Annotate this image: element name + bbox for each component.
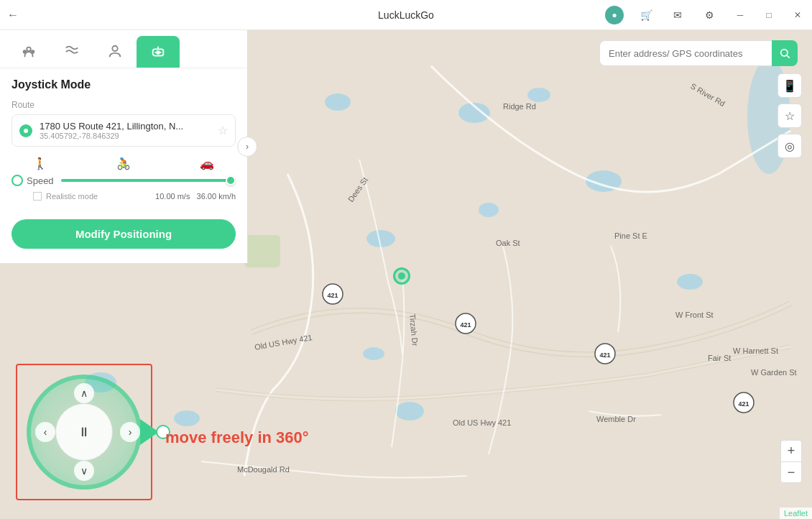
pause-icon: ⏸: [78, 425, 91, 440]
route-text: 1780 US Route 421, Lillington, N... 35.4…: [40, 121, 211, 140]
svg-text:Tirzah Dr: Tirzah Dr: [408, 313, 420, 346]
svg-text:421: 421: [599, 352, 610, 359]
svg-text:Wemble Dr: Wemble Dr: [596, 415, 636, 423]
svg-point-4: [479, 203, 499, 217]
star-ctrl-icon[interactable]: ☆: [778, 104, 802, 128]
window-controls: ─ □ ✕: [726, 0, 812, 30]
route-label: Route: [11, 100, 236, 110]
speed-slider[interactable]: [61, 173, 236, 188]
route-item: 1780 US Route 421, Lillington, N... 35.4…: [11, 114, 236, 147]
svg-text:421: 421: [738, 400, 749, 408]
walk-icon[interactable]: 🚶: [33, 157, 47, 170]
app-title: LuckLuckGo: [378, 9, 434, 21]
mail-icon[interactable]: ✉: [668, 6, 687, 24]
phone-icon[interactable]: 📱: [778, 73, 802, 98]
speed-track: [61, 179, 236, 182]
svg-point-43: [157, 51, 160, 54]
cart-icon[interactable]: 🛒: [637, 6, 655, 24]
route-dot: [19, 124, 32, 137]
map-controls: 📱 ☆ ◎: [778, 73, 802, 158]
joystick-container: ⏸ ∧ ∨ ‹ ›: [16, 364, 152, 500]
bike-icon[interactable]: 🚴: [116, 157, 131, 170]
svg-point-8: [363, 347, 384, 360]
location-marker: [393, 267, 410, 285]
svg-point-40: [112, 46, 117, 51]
speed-mode-icons: 🚶 🚴 🚗: [11, 157, 236, 173]
location-icon[interactable]: ◎: [778, 134, 802, 158]
svg-text:Dees St: Dees St: [346, 175, 369, 203]
speed-circle-icon: [11, 175, 23, 186]
gps-search-button[interactable]: [772, 40, 798, 66]
gps-input[interactable]: [599, 40, 772, 66]
realistic-mode-row: Realistic mode 10.00 m/s 36.00 km/h: [11, 192, 236, 201]
svg-point-35: [781, 50, 788, 56]
close-button[interactable]: ✕: [783, 0, 812, 30]
move-freely-label: move freely in 360°: [165, 428, 309, 447]
zoom-controls: + −: [780, 440, 802, 483]
zoom-out-button[interactable]: −: [780, 461, 802, 483]
speed-thumb[interactable]: [226, 175, 236, 185]
svg-rect-12: [244, 235, 280, 267]
realistic-mode-label: Realistic mode: [46, 192, 98, 201]
car-icon[interactable]: 🚗: [200, 157, 214, 170]
minimize-button[interactable]: ─: [726, 0, 755, 30]
svg-text:W Harnett St: W Harnett St: [733, 346, 778, 355]
joystick-up-button[interactable]: ∧: [74, 383, 94, 403]
maximize-button[interactable]: □: [755, 0, 783, 30]
joystick-background: ⏸ ∧ ∨ ‹ ›: [27, 375, 142, 490]
speed-section: 🚶 🚴 🚗 Speed Realistic mode: [11, 157, 236, 201]
route-coords: 35.405792,-78.846329: [40, 132, 211, 140]
joystick-down-button[interactable]: ∨: [74, 461, 94, 481]
gps-search-bar: [599, 40, 798, 66]
svg-point-9: [395, 402, 424, 421]
svg-text:421: 421: [460, 321, 471, 329]
collapse-panel-button[interactable]: ›: [237, 137, 257, 157]
svg-point-13: [323, 284, 343, 304]
svg-text:Oak St: Oak St: [496, 239, 520, 247]
svg-text:Old US Hwy 421: Old US Hwy 421: [254, 333, 313, 352]
joystick-left-button[interactable]: ‹: [35, 422, 55, 442]
svg-text:W Garden St: W Garden St: [751, 368, 797, 377]
svg-text:Ridge Rd: Ridge Rd: [503, 102, 536, 111]
settings-icon[interactable]: ⚙: [700, 6, 719, 24]
svg-point-0: [325, 93, 351, 111]
svg-point-19: [734, 392, 754, 413]
svg-text:Old US Hwy 421: Old US Hwy 421: [453, 418, 511, 427]
tab-footprint[interactable]: [7, 36, 50, 68]
speed-row: Speed: [11, 173, 236, 188]
left-panel: Joystick Mode Route 1780 US Route 421, L…: [0, 30, 248, 263]
svg-point-5: [366, 230, 395, 247]
route-favorite-button[interactable]: ☆: [218, 124, 228, 137]
leaflet-link[interactable]: Leaflet: [784, 509, 808, 518]
svg-point-37: [27, 47, 31, 52]
svg-point-10: [677, 274, 703, 290]
svg-point-3: [586, 170, 622, 192]
realistic-mode-checkbox[interactable]: [33, 192, 42, 201]
speed-fill: [61, 179, 236, 182]
titlebar: ← LuckLuckGo ● 🛒 ✉ ⚙ ─ □ ✕: [0, 0, 812, 30]
svg-text:Fair St: Fair St: [708, 354, 731, 362]
avatar-icon[interactable]: ●: [605, 6, 624, 24]
svg-text:Pine St E: Pine St E: [614, 231, 647, 240]
tab-route[interactable]: [50, 36, 93, 68]
svg-point-1: [458, 103, 490, 123]
tab-bar: [0, 30, 247, 68]
back-button[interactable]: ←: [7, 9, 19, 22]
tab-joystick[interactable]: [137, 36, 180, 68]
modify-positioning-button[interactable]: Modify Positioning: [11, 219, 236, 249]
tab-person[interactable]: [93, 36, 137, 68]
speed-value: 10.00 m/s 36.00 km/h: [155, 192, 236, 201]
joystick-center[interactable]: ⏸: [55, 403, 113, 461]
leaflet-badge: Leaflet: [780, 507, 812, 519]
svg-text:421: 421: [327, 292, 338, 299]
joystick-right-button[interactable]: ›: [120, 422, 140, 442]
mode-title: Joystick Mode: [11, 78, 236, 91]
panel-content: Joystick Mode Route 1780 US Route 421, L…: [0, 68, 247, 219]
svg-point-7: [174, 410, 200, 426]
svg-point-39: [32, 50, 34, 53]
svg-point-2: [527, 88, 550, 102]
zoom-in-button[interactable]: +: [780, 440, 802, 461]
svg-point-38: [24, 50, 27, 53]
route-name: 1780 US Route 421, Lillington, N...: [40, 121, 211, 132]
svg-text:W Front St: W Front St: [675, 311, 714, 319]
